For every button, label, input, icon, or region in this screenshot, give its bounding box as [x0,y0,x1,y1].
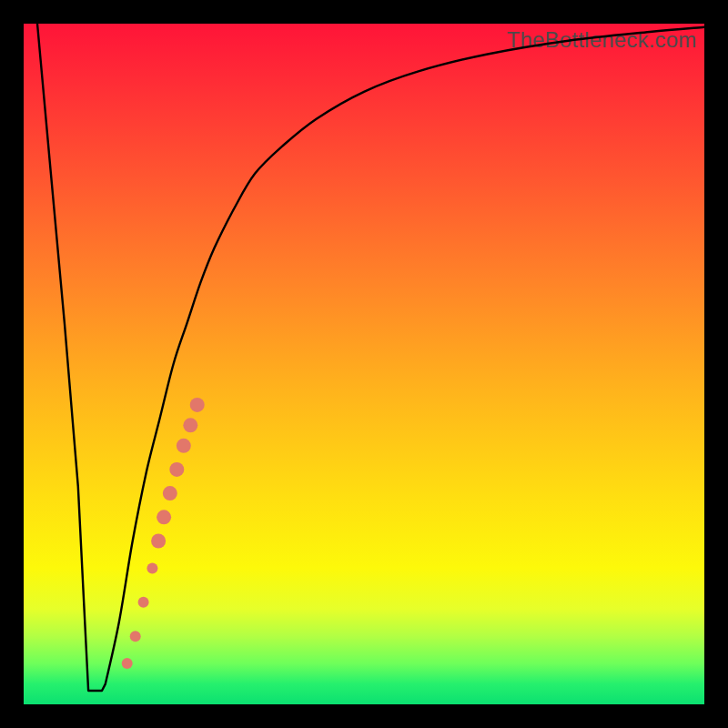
data-marker [190,398,205,412]
data-marker [122,658,133,669]
data-marker [130,631,141,642]
data-marker [183,418,197,432]
plot-area: TheBottleneck.com [24,24,704,704]
watermark-text: TheBottleneck.com [507,27,697,53]
data-marker [138,597,149,608]
marker-group [122,398,205,669]
data-marker [151,534,166,549]
chart-frame: TheBottleneck.com [0,0,728,728]
curve-svg [24,24,704,704]
data-marker [163,486,177,500]
data-marker [177,439,191,453]
data-marker [169,462,184,477]
bottleneck-curve-path [37,24,704,691]
data-marker [147,562,157,573]
data-marker [157,510,171,524]
